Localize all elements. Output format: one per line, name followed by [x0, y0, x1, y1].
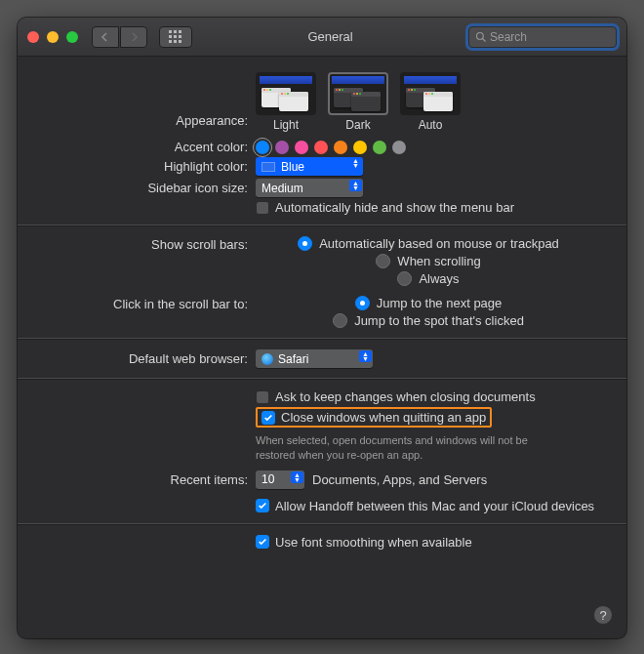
- preferences-window: General Search Appearance: Light Dark: [18, 18, 626, 638]
- highlight-label: Highlight color:: [43, 159, 256, 174]
- scrollbars-options: Automatically based on mouse or trackpad…: [256, 236, 601, 286]
- window-controls: [27, 31, 78, 43]
- ask-keep-changes-checkbox[interactable]: Ask to keep changes when closing documen…: [256, 389, 601, 404]
- svg-rect-1: [174, 30, 177, 33]
- safari-icon: [262, 353, 273, 365]
- sidebar-icon-select[interactable]: Medium ▲▼: [256, 179, 363, 197]
- checkbox-icon: [256, 201, 269, 215]
- click-scroll-label: Click in the scroll bar to:: [43, 296, 256, 311]
- chevron-updown-icon: ▲▼: [352, 158, 359, 168]
- accent-swatches: [256, 141, 406, 154]
- click-scroll-options: Jump to the next page Jump to the spot t…: [256, 296, 601, 328]
- scrollbars-opt-scrolling[interactable]: When scrolling: [376, 254, 480, 268]
- close-windows-note: When selected, open documents and window…: [256, 433, 568, 463]
- accent-swatch[interactable]: [295, 141, 308, 154]
- svg-point-9: [477, 32, 484, 39]
- close-windows-checkbox[interactable]: Close windows when quitting an app: [262, 410, 486, 425]
- window-title: General: [200, 29, 461, 44]
- search-placeholder: Search: [490, 30, 527, 44]
- svg-rect-5: [179, 35, 181, 38]
- auto-hide-menu-checkbox[interactable]: Automatically hide and show the menu bar: [256, 200, 601, 215]
- minimize-icon[interactable]: [47, 31, 59, 43]
- sidebar-icon-label: Sidebar icon size:: [43, 181, 256, 195]
- click-scroll-opt-spot[interactable]: Jump to the spot that's clicked: [333, 313, 524, 328]
- search-icon: [475, 31, 487, 43]
- recent-items-label: Recent items:: [43, 472, 256, 487]
- scrollbars-opt-auto[interactable]: Automatically based on mouse or trackpad: [298, 236, 559, 251]
- appearance-label: Appearance:: [43, 72, 256, 128]
- pane-body: Appearance: Light Dark Auto: [18, 57, 626, 570]
- close-icon[interactable]: [27, 31, 39, 43]
- svg-rect-2: [179, 30, 181, 33]
- help-button[interactable]: ?: [593, 605, 613, 625]
- checkbox-icon: [256, 535, 269, 549]
- chevron-updown-icon: ▲▼: [291, 471, 303, 483]
- appearance-options: Light Dark Auto: [256, 72, 461, 132]
- default-browser-label: Default web browser:: [43, 351, 256, 366]
- back-button[interactable]: [92, 26, 119, 48]
- svg-line-10: [483, 38, 486, 41]
- accent-swatch[interactable]: [256, 141, 269, 154]
- accent-swatch[interactable]: [275, 141, 289, 154]
- nav-buttons: [92, 26, 147, 48]
- chevron-updown-icon: ▲▼: [359, 350, 372, 362]
- titlebar: General Search: [18, 18, 626, 57]
- scrollbars-label: Show scroll bars:: [43, 236, 256, 252]
- default-browser-select[interactable]: Safari ▲▼: [256, 349, 373, 368]
- svg-rect-3: [169, 35, 172, 38]
- forward-button[interactable]: [120, 26, 147, 48]
- close-windows-highlight: Close windows when quitting an app: [256, 407, 492, 428]
- recent-items-suffix: Documents, Apps, and Servers: [312, 472, 487, 487]
- checkbox-icon: [256, 499, 269, 512]
- accent-swatch[interactable]: [392, 141, 406, 154]
- accent-swatch[interactable]: [373, 141, 386, 154]
- zoom-icon[interactable]: [66, 31, 78, 43]
- search-input[interactable]: Search: [468, 26, 617, 48]
- appearance-light[interactable]: Light: [256, 72, 316, 132]
- checkbox-icon: [256, 390, 269, 404]
- accent-swatch[interactable]: [334, 141, 347, 154]
- accent-label: Accent color:: [43, 140, 256, 154]
- highlight-swatch-icon: [262, 162, 275, 172]
- svg-rect-0: [169, 30, 172, 33]
- svg-rect-7: [174, 40, 177, 43]
- svg-rect-8: [179, 40, 181, 43]
- highlight-select[interactable]: Blue ▲▼: [256, 157, 363, 176]
- chevron-updown-icon: ▲▼: [349, 180, 362, 191]
- svg-rect-4: [174, 35, 177, 38]
- handoff-checkbox[interactable]: Allow Handoff between this Mac and your …: [256, 499, 601, 513]
- svg-rect-6: [169, 40, 172, 43]
- click-scroll-opt-page[interactable]: Jump to the next page: [355, 296, 503, 310]
- appearance-auto[interactable]: Auto: [400, 72, 461, 132]
- show-all-button[interactable]: [159, 26, 192, 48]
- appearance-dark[interactable]: Dark: [328, 72, 388, 132]
- recent-items-select[interactable]: 10 ▲▼: [256, 470, 304, 489]
- font-smoothing-checkbox[interactable]: Use font smoothing when available: [256, 535, 601, 550]
- accent-swatch[interactable]: [314, 141, 328, 154]
- scrollbars-opt-always[interactable]: Always: [397, 271, 459, 286]
- checkbox-icon: [262, 411, 275, 425]
- accent-swatch[interactable]: [353, 141, 367, 154]
